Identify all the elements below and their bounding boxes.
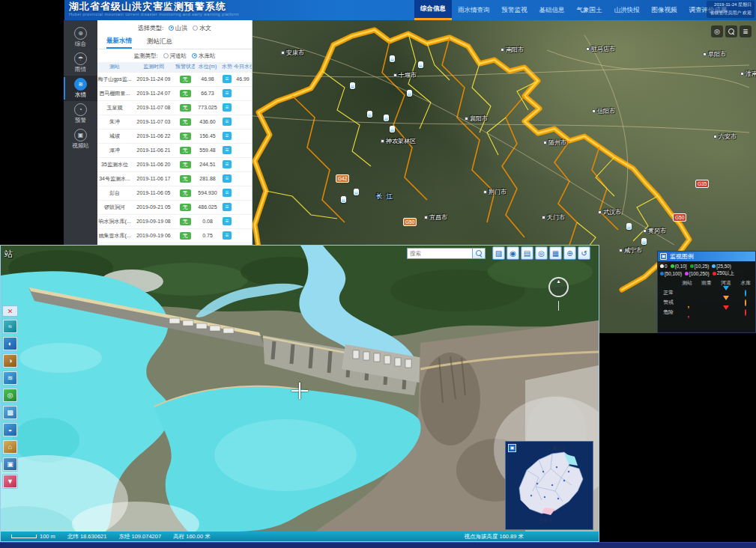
- scene-tool-icon[interactable]: ▦: [549, 246, 562, 260]
- sidebar-item[interactable]: ☂ 雨情: [64, 50, 97, 76]
- effect-tool[interactable]: ◐: [2, 336, 18, 351]
- radio-icon[interactable]: [163, 53, 169, 58]
- effect-tool[interactable]: ◎: [2, 388, 18, 403]
- reset-view-icon[interactable]: ◎: [711, 25, 723, 37]
- sidebar-item[interactable]: ▣ 视频站: [64, 127, 97, 152]
- effect-tool[interactable]: ▼: [2, 474, 18, 489]
- station-name[interactable]: 彭台: [97, 186, 132, 200]
- station-marker-icon[interactable]: [407, 90, 412, 97]
- nav-item[interactable]: 图像视频: [646, 0, 683, 20]
- close-icon[interactable]: ✕: [2, 305, 18, 317]
- table-row[interactable]: 西马棚雨量... 2019-11-24 07 无 66.73 ≡: [97, 86, 252, 100]
- station-marker-icon[interactable]: [390, 126, 395, 133]
- nav-item[interactable]: 雨水情查询: [452, 0, 496, 20]
- tab-latest-water[interactable]: 最新水情: [106, 35, 132, 49]
- table-row[interactable]: 潭冲 2019-11-06 21 无 559.48 ≡: [97, 143, 252, 157]
- table-row[interactable]: 玉皇观 2019-11-07 08 无 773.025 ≡: [97, 100, 252, 115]
- station-name[interactable]: 梅子山gps监...: [97, 72, 132, 86]
- radio-shuiwen[interactable]: 水文: [193, 24, 211, 32]
- table-row[interactable]: 朱冲 2019-11-07 03 无 436.60 ≡: [97, 115, 252, 129]
- radio-icon[interactable]: [169, 25, 174, 31]
- table-header[interactable]: 监测时间: [132, 62, 175, 72]
- station-name[interactable]: 锣鼓洞河: [97, 200, 132, 214]
- legend-collapse-icon[interactable]: ▣: [660, 253, 667, 260]
- station-marker-icon[interactable]: [341, 196, 346, 203]
- radio-icon[interactable]: [193, 25, 198, 31]
- radio-reservoir-station[interactable]: 水库站: [192, 52, 216, 60]
- nav-item[interactable]: 综合信息: [414, 0, 452, 20]
- trend-icon[interactable]: ≡: [223, 203, 232, 211]
- station-name[interactable]: 玉皇观: [97, 100, 132, 115]
- radio-icon[interactable]: [192, 53, 197, 58]
- effect-tool[interactable]: ≋: [2, 371, 18, 386]
- sidebar-item[interactable]: ≋ 水情: [64, 76, 97, 101]
- effect-tool[interactable]: ≈: [2, 319, 18, 334]
- tab-station-summary[interactable]: 测站汇总: [147, 35, 172, 49]
- scene-tool-icon[interactable]: ◉: [506, 246, 519, 260]
- 3d-scene[interactable]: 站 ▨ ◉ ▤ ◎ ▦ ⊕ ↺ ✕: [1, 246, 599, 532]
- effect-tool[interactable]: ◒: [2, 422, 18, 437]
- scene-tool-icon[interactable]: ▤: [521, 246, 533, 260]
- overview-inset-map[interactable]: ▣ 海口市 三亚市: [505, 441, 593, 530]
- trend-icon[interactable]: ≡: [223, 217, 232, 225]
- station-name[interactable]: 潭冲: [97, 143, 132, 157]
- table-header[interactable]: 水势: [220, 62, 234, 72]
- station-marker-icon[interactable]: [350, 82, 355, 89]
- trend-icon[interactable]: ≡: [223, 89, 232, 97]
- table-row[interactable]: 城坡 2019-11-06 22 无 156.45 ≡: [97, 129, 252, 143]
- effect-tool[interactable]: ◑: [2, 353, 18, 368]
- table-header[interactable]: 预警状态: [175, 62, 195, 72]
- table-row[interactable]: 响水洞水库(... 2019-09-19 08 无 0.08 ≡: [97, 214, 252, 228]
- station-marker-icon[interactable]: [367, 111, 372, 118]
- inset-toggle-icon[interactable]: ▣: [508, 444, 516, 452]
- station-marker-icon[interactable]: [354, 189, 359, 195]
- search-icon[interactable]: [725, 25, 737, 37]
- table-row[interactable]: 姚集雷水库(... 2019-09-19 06 无 0.75 ≡: [97, 228, 252, 243]
- scene-tool-icon[interactable]: ◎: [535, 246, 548, 260]
- nav-item[interactable]: 气象国土: [571, 0, 608, 20]
- station-name[interactable]: 响水洞水库(...: [97, 214, 132, 228]
- station-marker-icon[interactable]: [641, 238, 647, 245]
- station-name[interactable]: 城坡: [97, 129, 132, 143]
- station-name[interactable]: 34号监测水...: [97, 171, 132, 186]
- effect-tool[interactable]: ▩: [2, 405, 18, 420]
- trend-icon[interactable]: ≡: [223, 146, 232, 154]
- scene-tool-icon[interactable]: ⊕: [563, 246, 576, 260]
- table-header[interactable]: 今日水位: [234, 62, 252, 72]
- trend-icon[interactable]: ≡: [223, 231, 232, 240]
- radio-shanhong[interactable]: 山洪: [169, 24, 187, 32]
- trend-icon[interactable]: ≡: [223, 189, 232, 197]
- trend-icon[interactable]: ≡: [223, 132, 232, 140]
- legend-title-bar[interactable]: ▣ 监视图例: [658, 252, 755, 261]
- layers-icon[interactable]: ≣: [740, 25, 752, 37]
- station-marker-icon[interactable]: [626, 223, 632, 230]
- search-input[interactable]: [407, 248, 473, 259]
- nav-item[interactable]: 预警监视: [496, 0, 533, 20]
- search-icon[interactable]: [473, 248, 486, 259]
- trend-icon[interactable]: ≡: [223, 75, 232, 83]
- station-name[interactable]: 姚集雷水库(...: [97, 228, 132, 243]
- station-name[interactable]: 35监测水位: [97, 157, 132, 171]
- trend-icon[interactable]: ≡: [223, 118, 232, 126]
- compass[interactable]: ▲: [548, 277, 569, 297]
- station-marker-icon[interactable]: [418, 61, 423, 68]
- table-header[interactable]: 测站: [97, 62, 132, 72]
- nav-item[interactable]: 山洪快报: [608, 0, 646, 20]
- table-row[interactable]: 彭台 2019-11-06 05 无 594.930 ≡: [97, 186, 252, 200]
- sidebar-item[interactable]: ⊕ 综合: [64, 25, 97, 50]
- station-marker-icon[interactable]: [384, 115, 389, 121]
- station-name[interactable]: 西马棚雨量...: [97, 86, 132, 100]
- table-row[interactable]: 梅子山gps监... 2019-11-24 09 无 46.98 ≡ 46.99: [97, 72, 252, 86]
- nav-item[interactable]: 基础信息: [533, 0, 571, 20]
- trend-icon[interactable]: ≡: [223, 160, 232, 168]
- station-name[interactable]: 朱冲: [97, 115, 132, 129]
- table-header[interactable]: 水位(m): [195, 62, 220, 72]
- effect-tool[interactable]: ▣: [2, 457, 18, 472]
- zoom-stem[interactable]: [558, 301, 559, 311]
- trend-icon[interactable]: ≡: [223, 103, 232, 112]
- effect-tool[interactable]: ⌂: [2, 439, 18, 454]
- sidebar-item[interactable]: ◔ 预警: [64, 101, 97, 127]
- table-row[interactable]: 35监测水位 2019-11-06 20 无 244.51 ≡: [97, 157, 252, 171]
- current-user[interactable]: 省级管理员用户 欢迎: [710, 9, 752, 17]
- 3d-scene-window[interactable]: 站 ▨ ◉ ▤ ◎ ▦ ⊕ ↺ ✕: [0, 245, 599, 542]
